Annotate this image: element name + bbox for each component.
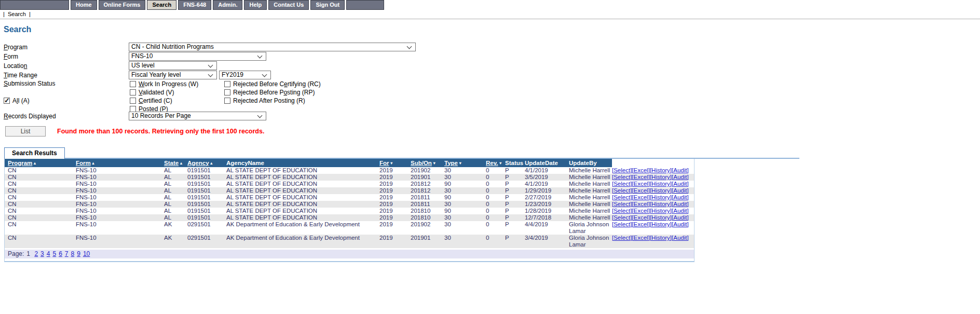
cell-agency: 0191501 [187, 187, 226, 194]
page-link-5[interactable]: 5 [52, 250, 56, 257]
page-link-7[interactable]: 7 [65, 250, 69, 257]
cell-update-by: Michelle Harrell [569, 201, 612, 208]
action-link-audit[interactable]: [Audit] [672, 235, 689, 241]
column-header-agency[interactable]: Agency▲ [187, 159, 226, 167]
action-link-excel[interactable]: [Excel] [632, 194, 650, 200]
action-link-history[interactable]: [History] [650, 221, 672, 227]
search-results-tab[interactable]: Search Results [4, 147, 65, 159]
action-link-excel[interactable]: [Excel] [632, 167, 650, 173]
program-select[interactable]: CN - Child Nutrition Programs [129, 43, 416, 51]
action-link-select[interactable]: [Select] [612, 214, 632, 221]
action-link-history[interactable]: [History] [650, 174, 672, 180]
action-link-history[interactable]: [History] [650, 181, 672, 187]
action-link-history[interactable]: [History] [650, 201, 672, 207]
action-link-audit[interactable]: [Audit] [672, 208, 689, 214]
nav-admin[interactable]: Admin. [213, 0, 242, 10]
breadcrumb: | Search | [3, 11, 31, 17]
action-link-select[interactable]: [Select] [612, 194, 632, 200]
checkbox-work-in-progress-w[interactable] [130, 81, 136, 87]
action-link-excel[interactable]: [Excel] [632, 174, 650, 180]
action-link-audit[interactable]: [Audit] [672, 221, 689, 227]
nav-help[interactable]: Help [244, 0, 267, 10]
action-link-audit[interactable]: [Audit] [672, 181, 689, 187]
cell-agency: 0291501 [187, 221, 226, 235]
action-link-excel[interactable]: [Excel] [632, 221, 650, 227]
nav-fns-648[interactable]: FNS-648 [178, 0, 211, 10]
nav-online-forms[interactable]: Online Forms [99, 0, 146, 10]
action-link-excel[interactable]: [Excel] [632, 214, 650, 221]
page-link-6[interactable]: 6 [59, 250, 62, 257]
action-link-audit[interactable]: [Audit] [672, 187, 689, 194]
column-header-rev[interactable]: Rev.▼ [486, 159, 505, 167]
list-button[interactable]: List [5, 126, 46, 136]
action-link-select[interactable]: [Select] [612, 174, 632, 180]
action-link-excel[interactable]: [Excel] [632, 187, 650, 194]
top-nav: HomeOnline FormsSearchFNS-648Admin.HelpC… [0, 0, 384, 10]
nav-contact-us[interactable]: Contact Us [268, 0, 309, 10]
action-link-history[interactable]: [History] [650, 187, 672, 194]
column-header-for[interactable]: For▼ [379, 159, 411, 167]
page-link-10[interactable]: 10 [83, 250, 90, 257]
action-link-select[interactable]: [Select] [612, 187, 632, 194]
work-in-progress-w-label: Work In Progress (W) [139, 80, 198, 88]
column-header-form[interactable]: Form▲ [76, 159, 164, 167]
action-link-audit[interactable]: [Audit] [672, 201, 689, 207]
records-per-page-select[interactable]: 10 Records Per Page [129, 112, 266, 120]
action-link-history[interactable]: [History] [650, 235, 672, 241]
fiscal-year-select[interactable]: FY2019 [219, 71, 271, 79]
action-link-excel[interactable]: [Excel] [632, 235, 650, 241]
cell-state: AL [164, 201, 187, 208]
action-link-history[interactable]: [History] [650, 167, 672, 173]
action-link-select[interactable]: [Select] [612, 208, 632, 214]
action-link-history[interactable]: [History] [650, 208, 672, 214]
action-link-excel[interactable]: [Excel] [632, 201, 650, 207]
cell-type: 30 [444, 167, 486, 174]
cell-for-year: 2019 [379, 235, 411, 248]
nav-sign-out[interactable]: Sign Out [310, 0, 345, 10]
action-link-audit[interactable]: [Audit] [672, 194, 689, 200]
column-header-state[interactable]: State▲ [164, 159, 187, 167]
action-link-select[interactable]: [Select] [612, 221, 632, 227]
page-link-3[interactable]: 3 [40, 250, 44, 257]
cell-state: AL [164, 167, 187, 174]
time-range-level-select[interactable]: Fiscal Yearly level [129, 71, 217, 79]
nav-search[interactable]: Search [147, 0, 176, 10]
action-link-audit[interactable]: [Audit] [672, 214, 689, 221]
action-link-history[interactable]: [History] [650, 214, 672, 221]
action-link-select[interactable]: [Select] [612, 201, 632, 207]
sort-desc-icon: ▼ [458, 161, 462, 166]
checkbox-certified-c[interactable] [130, 98, 136, 104]
page-link-9[interactable]: 9 [77, 250, 80, 257]
action-link-select[interactable]: [Select] [612, 181, 632, 187]
nav-home[interactable]: Home [71, 0, 97, 10]
action-link-select[interactable]: [Select] [612, 235, 632, 241]
column-header-program[interactable]: Program▲ [5, 159, 76, 167]
checkbox-rejected-before-certifying-rc[interactable] [224, 81, 230, 87]
cell-update-by: Michelle Harrell [569, 187, 612, 194]
cell-agency: 0191501 [187, 181, 226, 187]
page-link-4[interactable]: 4 [47, 250, 50, 257]
action-link-audit[interactable]: [Audit] [672, 174, 689, 180]
column-header-sub-on[interactable]: Sub/On▼ [411, 159, 444, 167]
checkbox-rejected-before-posting-rp[interactable] [224, 89, 230, 95]
location-select[interactable]: US level [129, 61, 217, 70]
cell-type: 30 [444, 187, 486, 194]
all-checkbox-label: All (A) [12, 97, 30, 104]
column-header-type[interactable]: Type▼ [444, 159, 486, 167]
form-select[interactable]: FNS-10 [129, 52, 266, 61]
page-link-8[interactable]: 8 [71, 250, 75, 257]
action-link-history[interactable]: [History] [650, 194, 672, 200]
cell-sub-on: 201901 [411, 174, 444, 181]
page-link-2[interactable]: 2 [34, 250, 38, 257]
cell-agency-name: AL STATE DEPT OF EDUCATION [226, 194, 379, 201]
table-row: CNFNS-10AL0191501AL STATE DEPT OF EDUCAT… [5, 214, 694, 221]
action-link-excel[interactable]: [Excel] [632, 208, 650, 214]
all-checkbox[interactable] [4, 98, 10, 104]
cell-agency: 0191501 [187, 214, 226, 221]
cell-type: 90 [444, 181, 486, 187]
action-link-select[interactable]: [Select] [612, 167, 632, 173]
checkbox-validated-v[interactable] [130, 89, 136, 95]
action-link-audit[interactable]: [Audit] [672, 167, 689, 173]
action-link-excel[interactable]: [Excel] [632, 181, 650, 187]
checkbox-rejected-after-posting-r[interactable] [224, 98, 230, 104]
